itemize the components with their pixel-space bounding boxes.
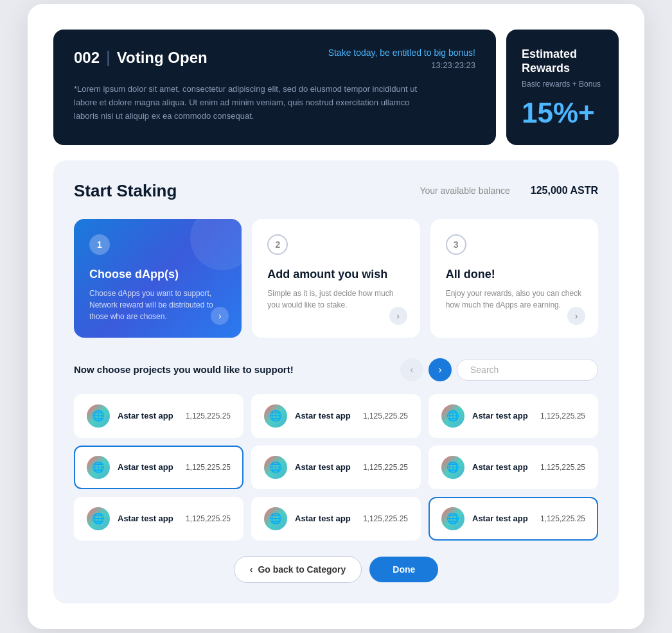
project-value-8: 1,125,225.25	[540, 514, 585, 523]
steps-row: 1 Choose dApp(s) Choose dApps you want t…	[74, 219, 598, 338]
project-icon-1: 🌐	[264, 404, 287, 428]
balance-area: Your available balance 125,000 ASTR	[420, 185, 598, 196]
project-name-5: Astar test app	[472, 462, 533, 472]
step-3-arrow: ›	[567, 307, 585, 325]
project-name-0: Astar test app	[118, 411, 178, 421]
project-name-6: Astar test app	[118, 514, 178, 523]
rewards-value: 15%+	[522, 99, 595, 127]
staking-title: Start Staking	[74, 181, 177, 201]
rewards-label: Estimated Rewards	[522, 48, 603, 75]
project-icon-3: 🌐	[87, 456, 110, 479]
project-item-3[interactable]: 🌐 Astar test app 1,125,225.25	[74, 446, 243, 489]
project-item-0[interactable]: 🌐 Astar test app 1,125,225.25	[74, 394, 243, 438]
banner-number: 002	[74, 49, 100, 67]
staking-card: Start Staking Your available balance 125…	[53, 160, 619, 603]
project-value-7: 1,125,225.25	[363, 514, 408, 523]
banner-timer: 13:23:23:23	[328, 60, 475, 70]
project-name-1: Astar test app	[295, 411, 355, 421]
project-icon-7: 🌐	[264, 507, 287, 530]
project-item-6[interactable]: 🌐 Astar test app 1,125,225.25	[74, 497, 243, 541]
project-item-7[interactable]: 🌐 Astar test app 1,125,225.25	[251, 497, 421, 541]
project-icon-8: 🌐	[441, 507, 464, 530]
step-1-badge: 1	[89, 234, 110, 255]
balance-value: 125,000 ASTR	[531, 185, 598, 196]
step-1-title: Choose dApp(s)	[89, 268, 226, 281]
step-2-title: Add amount you wish	[267, 268, 404, 281]
project-name-4: Astar test app	[295, 462, 355, 472]
banner-right-info: Stake today, be entitled to big bonus! 1…	[328, 48, 475, 70]
projects-label: Now choose projects you would like to su…	[74, 364, 294, 375]
search-input[interactable]	[457, 359, 598, 381]
project-value-2: 1,125,225.25	[540, 412, 585, 421]
step-3[interactable]: 3 All done! Enjoy your rewards, also you…	[430, 219, 598, 338]
project-item-4[interactable]: 🌐 Astar test app 1,125,225.25	[251, 446, 421, 489]
done-button[interactable]: Done	[369, 557, 438, 582]
banner-divider: |	[106, 48, 111, 67]
project-icon-6: 🌐	[87, 507, 110, 530]
project-value-1: 1,125,225.25	[363, 412, 408, 421]
voting-banner: 002 | Voting Open Stake today, be entitl…	[53, 30, 496, 144]
projects-header: Now choose projects you would like to su…	[74, 358, 598, 381]
project-value-3: 1,125,225.25	[186, 463, 231, 472]
project-name-3: Astar test app	[118, 462, 178, 472]
banner-description: *Lorem ipsum dolor sit amet, consectetur…	[74, 83, 434, 123]
step-3-desc: Enjoy your rewards, also you can check h…	[446, 288, 583, 311]
staking-header: Start Staking Your available balance 125…	[74, 181, 598, 201]
project-item-5[interactable]: 🌐 Astar test app 1,125,225.25	[429, 446, 598, 489]
project-item-1[interactable]: 🌐 Astar test app 1,125,225.25	[251, 394, 421, 438]
main-card: 002 | Voting Open Stake today, be entitl…	[28, 4, 644, 629]
step-2-badge: 2	[267, 234, 288, 255]
step-2-desc: Simple as it is, just decide how much yo…	[267, 288, 404, 311]
back-button-label: Go back to Category	[258, 564, 346, 575]
project-name-7: Astar test app	[295, 514, 355, 523]
project-name-2: Astar test app	[472, 411, 533, 421]
top-banners: 002 | Voting Open Stake today, be entitl…	[53, 30, 619, 144]
step-2-arrow: ›	[389, 307, 407, 325]
prev-button[interactable]: ‹	[400, 358, 423, 381]
projects-grid: 🌐 Astar test app 1,125,225.25 🌐 Astar te…	[74, 394, 598, 541]
project-name-8: Astar test app	[472, 514, 533, 523]
project-value-6: 1,125,225.25	[186, 514, 231, 523]
banner-title: 002 | Voting Open	[74, 48, 208, 67]
project-icon-0: 🌐	[87, 404, 110, 428]
bottom-actions: ‹ Go back to Category Done	[74, 556, 598, 583]
project-item-8[interactable]: 🌐 Astar test app 1,125,225.25	[429, 497, 598, 541]
step-1[interactable]: 1 Choose dApp(s) Choose dApps you want t…	[74, 219, 242, 338]
step-3-badge: 3	[446, 234, 466, 255]
project-value-0: 1,125,225.25	[186, 412, 231, 421]
rewards-banner: Estimated Rewards Basic rewards + Bonus …	[506, 30, 619, 144]
project-icon-5: 🌐	[441, 456, 464, 479]
banner-status: Voting Open	[117, 49, 208, 67]
project-icon-4: 🌐	[264, 456, 287, 479]
search-box	[457, 359, 598, 381]
banner-stake-link: Stake today, be entitled to big bonus!	[328, 48, 475, 58]
project-value-5: 1,125,225.25	[540, 463, 585, 472]
step-2[interactable]: 2 Add amount you wish Simple as it is, j…	[252, 219, 420, 338]
project-icon-2: 🌐	[441, 404, 464, 428]
step-3-title: All done!	[446, 268, 583, 281]
project-item-2[interactable]: 🌐 Astar test app 1,125,225.25	[429, 394, 598, 438]
rewards-sublabel: Basic rewards + Bonus	[522, 80, 601, 89]
projects-controls: ‹ ›	[400, 358, 598, 381]
step-1-arrow: ›	[211, 307, 229, 325]
back-button[interactable]: ‹ Go back to Category	[234, 556, 362, 583]
project-value-4: 1,125,225.25	[363, 463, 408, 472]
balance-label: Your available balance	[420, 186, 509, 196]
step-1-desc: Choose dApps you want to support, Networ…	[89, 288, 226, 322]
next-button[interactable]: ›	[429, 358, 452, 381]
chevron-left-icon: ‹	[250, 564, 253, 575]
